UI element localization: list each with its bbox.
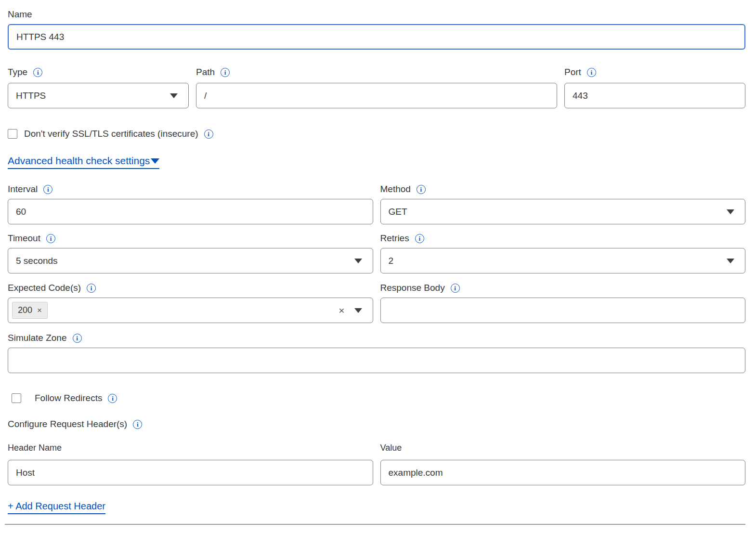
path-label-text: Path — [196, 66, 215, 78]
header-value-column-label: Value — [380, 442, 746, 453]
add-request-header-label: + Add Request Header — [8, 501, 105, 512]
chevron-down-icon — [727, 209, 734, 214]
advanced-settings-label: Advanced health check settings — [8, 155, 150, 167]
interval-label-text: Interval — [8, 183, 38, 195]
retries-select-value: 2 — [389, 256, 394, 266]
simulate-zone-field: Simulate Zone i — [8, 332, 745, 373]
expected-codes-field: Expected Code(s) i 200 × × — [8, 282, 373, 323]
code-tag-value: 200 — [18, 305, 32, 315]
info-icon[interactable]: i — [33, 68, 42, 77]
info-icon[interactable]: i — [87, 284, 96, 293]
info-icon[interactable]: i — [221, 68, 230, 77]
header-value-input[interactable] — [380, 460, 746, 485]
simulate-zone-input[interactable] — [8, 348, 745, 373]
port-label: Port i — [564, 66, 745, 78]
response-body-field: Response Body i — [380, 282, 746, 323]
clear-all-icon[interactable]: × — [339, 305, 344, 315]
remove-tag-icon[interactable]: × — [37, 306, 42, 314]
add-request-header-link[interactable]: + Add Request Header — [8, 501, 105, 514]
health-check-form: Name Type i HTTPS Path i Port i — [0, 0, 756, 533]
interval-field: Interval i — [8, 183, 373, 224]
codes-body-row: Expected Code(s) i 200 × × Response Body… — [8, 282, 745, 323]
section-divider — [5, 524, 745, 525]
verify-ssl-checkbox[interactable] — [8, 129, 17, 139]
simulate-zone-label-text: Simulate Zone — [8, 332, 67, 344]
header-name-field: Header Name — [8, 442, 373, 485]
path-field: Path i — [196, 66, 557, 108]
method-select-value: GET — [389, 207, 407, 217]
port-input[interactable] — [564, 83, 745, 108]
type-select[interactable]: HTTPS — [8, 83, 189, 108]
info-icon[interactable]: i — [43, 185, 52, 194]
type-path-port-row: Type i HTTPS Path i Port i — [8, 66, 745, 108]
info-icon[interactable]: i — [133, 420, 142, 429]
timeout-field: Timeout i 5 seconds — [8, 233, 373, 273]
response-body-label: Response Body i — [380, 282, 746, 294]
chevron-down-icon — [727, 259, 734, 263]
interval-method-row: Interval i Method i GET — [8, 183, 745, 224]
retries-field: Retries i 2 — [380, 233, 746, 273]
header-name-column-label: Header Name — [8, 442, 373, 453]
header-name-input[interactable] — [8, 460, 373, 485]
request-headers-section-text: Configure Request Header(s) — [8, 418, 127, 430]
add-header-wrap: + Add Request Header — [8, 501, 745, 514]
name-input[interactable] — [8, 24, 745, 50]
expected-codes-multiselect[interactable]: 200 × × — [8, 298, 373, 323]
info-icon[interactable]: i — [451, 284, 460, 293]
chevron-down-icon — [170, 93, 178, 98]
follow-redirects-label: Follow Redirects — [35, 393, 102, 403]
info-icon[interactable]: i — [204, 130, 213, 139]
type-select-value: HTTPS — [16, 91, 46, 101]
timeout-label-text: Timeout — [8, 233, 40, 244]
retries-label-text: Retries — [380, 233, 409, 244]
type-field: Type i HTTPS — [8, 66, 189, 108]
method-select[interactable]: GET — [380, 199, 746, 224]
retries-select[interactable]: 2 — [380, 248, 746, 273]
response-body-label-text: Response Body — [380, 282, 445, 294]
code-tag: 200 × — [12, 302, 48, 319]
name-label: Name — [8, 9, 745, 20]
response-body-input[interactable] — [380, 298, 746, 323]
info-icon[interactable]: i — [417, 185, 426, 194]
interval-label: Interval i — [8, 183, 373, 195]
timeout-select[interactable]: 5 seconds — [8, 248, 373, 273]
info-icon[interactable]: i — [108, 394, 117, 403]
info-icon[interactable]: i — [73, 334, 82, 343]
advanced-settings-toggle[interactable]: Advanced health check settings — [8, 155, 159, 169]
follow-redirects-checkbox[interactable] — [12, 393, 21, 403]
type-label-text: Type — [8, 66, 27, 78]
method-field: Method i GET — [380, 183, 746, 224]
port-label-text: Port — [564, 66, 581, 78]
request-header-row: Header Name Value — [8, 442, 745, 485]
method-label: Method i — [380, 183, 746, 195]
follow-redirects-row: Follow Redirects i — [8, 393, 745, 403]
port-field: Port i — [564, 66, 745, 108]
request-headers-section-label: Configure Request Header(s) i — [8, 418, 745, 430]
method-label-text: Method — [380, 183, 411, 195]
type-label: Type i — [8, 66, 189, 78]
chevron-down-icon[interactable] — [354, 308, 362, 313]
advanced-toggle-wrap: Advanced health check settings — [8, 155, 745, 169]
timeout-retries-row: Timeout i 5 seconds Retries i 2 — [8, 233, 745, 273]
info-icon[interactable]: i — [587, 68, 596, 77]
timeout-label: Timeout i — [8, 233, 373, 244]
simulate-zone-label: Simulate Zone i — [8, 332, 745, 344]
header-value-field: Value — [380, 442, 746, 485]
retries-label: Retries i — [380, 233, 746, 244]
info-icon[interactable]: i — [415, 234, 424, 243]
path-input[interactable] — [196, 83, 557, 108]
chevron-down-icon — [354, 259, 362, 263]
info-icon[interactable]: i — [46, 234, 55, 243]
verify-ssl-label: Don't verify SSL/TLS certificates (insec… — [24, 129, 198, 139]
path-label: Path i — [196, 66, 557, 78]
chevron-down-icon — [151, 158, 159, 164]
name-label-text: Name — [8, 9, 32, 20]
expected-codes-label-text: Expected Code(s) — [8, 282, 81, 294]
timeout-select-value: 5 seconds — [16, 256, 58, 266]
interval-input[interactable] — [8, 199, 373, 224]
expected-codes-label: Expected Code(s) i — [8, 282, 373, 294]
verify-ssl-row: Don't verify SSL/TLS certificates (insec… — [8, 129, 745, 139]
